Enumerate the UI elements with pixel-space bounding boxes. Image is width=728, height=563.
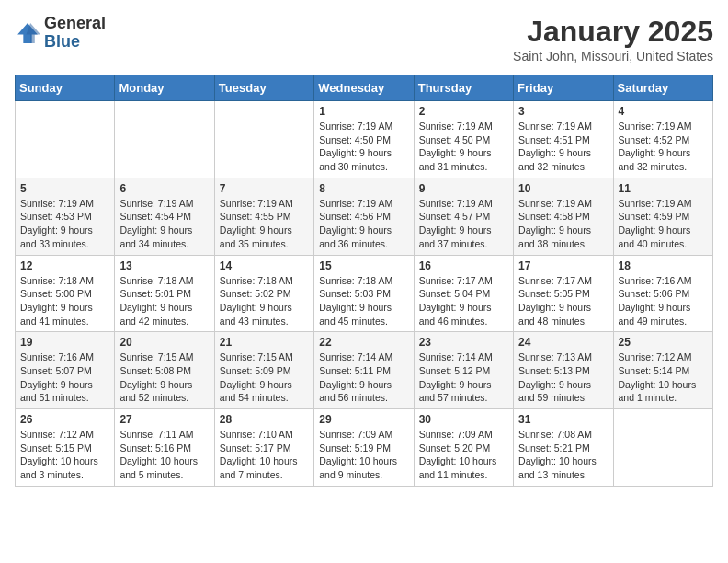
day-number: 12 — [20, 259, 109, 272]
day-detail: Sunrise: 7:19 AMSunset: 4:58 PMDaylight:… — [518, 197, 608, 251]
day-number: 29 — [319, 413, 408, 426]
day-number: 11 — [619, 182, 708, 195]
day-detail: Sunrise: 7:19 AMSunset: 4:51 PMDaylight:… — [518, 120, 608, 174]
day-detail: Sunrise: 7:19 AMSunset: 4:52 PMDaylight:… — [619, 120, 708, 174]
day-number: 21 — [220, 336, 309, 349]
calendar-cell: 26Sunrise: 7:12 AMSunset: 5:15 PMDayligh… — [16, 409, 115, 487]
day-detail: Sunrise: 7:12 AMSunset: 5:14 PMDaylight:… — [619, 350, 708, 405]
week-row-3: 12Sunrise: 7:18 AMSunset: 5:00 PMDayligh… — [16, 255, 713, 332]
calendar-cell: 27Sunrise: 7:11 AMSunset: 5:16 PMDayligh… — [115, 409, 214, 487]
day-number: 9 — [419, 182, 508, 195]
day-number: 2 — [419, 105, 508, 118]
weekday-header-saturday: Saturday — [613, 75, 712, 101]
day-detail: Sunrise: 7:08 AMSunset: 5:21 PMDaylight:… — [518, 428, 608, 482]
day-number: 5 — [20, 182, 109, 195]
day-number: 6 — [119, 182, 209, 195]
day-number: 4 — [619, 105, 708, 118]
day-number: 20 — [119, 336, 209, 349]
day-number: 23 — [419, 336, 508, 349]
day-number: 3 — [518, 105, 608, 118]
weekday-header-monday: Monday — [115, 75, 214, 101]
day-number: 28 — [220, 413, 309, 426]
logo-icon — [15, 20, 40, 46]
calendar-cell: 2Sunrise: 7:19 AMSunset: 4:50 PMDaylight… — [414, 101, 513, 178]
calendar-cell: 13Sunrise: 7:18 AMSunset: 5:01 PMDayligh… — [115, 255, 214, 332]
calendar-cell: 5Sunrise: 7:19 AMSunset: 4:53 PMDaylight… — [16, 178, 115, 255]
calendar-cell: 11Sunrise: 7:19 AMSunset: 4:59 PMDayligh… — [613, 178, 712, 255]
week-row-2: 5Sunrise: 7:19 AMSunset: 4:53 PMDaylight… — [16, 178, 713, 255]
calendar-cell: 9Sunrise: 7:19 AMSunset: 4:57 PMDaylight… — [414, 178, 513, 255]
day-number: 1 — [319, 105, 408, 118]
calendar-cell: 20Sunrise: 7:15 AMSunset: 5:08 PMDayligh… — [115, 332, 214, 409]
weekday-header-wednesday: Wednesday — [314, 75, 414, 101]
calendar-cell: 18Sunrise: 7:16 AMSunset: 5:06 PMDayligh… — [613, 255, 712, 332]
calendar-cell: 28Sunrise: 7:10 AMSunset: 5:17 PMDayligh… — [214, 409, 313, 487]
day-detail: Sunrise: 7:18 AMSunset: 5:02 PMDaylight:… — [220, 274, 309, 328]
day-number: 17 — [518, 259, 608, 272]
calendar-cell: 1Sunrise: 7:19 AMSunset: 4:50 PMDaylight… — [314, 101, 414, 178]
logo-blue: Blue — [44, 33, 106, 52]
calendar-cell: 23Sunrise: 7:14 AMSunset: 5:12 PMDayligh… — [414, 332, 513, 409]
day-number: 7 — [220, 182, 309, 195]
calendar-cell: 10Sunrise: 7:19 AMSunset: 4:58 PMDayligh… — [514, 178, 613, 255]
logo-general: General — [44, 15, 106, 33]
weekday-header-row: SundayMondayTuesdayWednesdayThursdayFrid… — [16, 75, 713, 101]
calendar-cell: 29Sunrise: 7:09 AMSunset: 5:19 PMDayligh… — [314, 409, 414, 487]
calendar-cell — [613, 409, 712, 487]
calendar-cell: 16Sunrise: 7:17 AMSunset: 5:04 PMDayligh… — [414, 255, 513, 332]
day-detail: Sunrise: 7:19 AMSunset: 4:59 PMDaylight:… — [619, 197, 708, 251]
logo: General Blue — [15, 15, 106, 52]
day-detail: Sunrise: 7:09 AMSunset: 5:19 PMDaylight:… — [319, 428, 408, 482]
calendar-cell: 6Sunrise: 7:19 AMSunset: 4:54 PMDaylight… — [115, 178, 214, 255]
day-number: 19 — [20, 336, 109, 349]
day-detail: Sunrise: 7:12 AMSunset: 5:15 PMDaylight:… — [20, 428, 109, 482]
weekday-header-thursday: Thursday — [414, 75, 513, 101]
calendar-cell: 30Sunrise: 7:09 AMSunset: 5:20 PMDayligh… — [414, 409, 513, 487]
calendar-cell: 17Sunrise: 7:17 AMSunset: 5:05 PMDayligh… — [514, 255, 613, 332]
day-detail: Sunrise: 7:16 AMSunset: 5:06 PMDaylight:… — [619, 274, 708, 328]
title-block: January 2025 Saint John, Missouri, Unite… — [513, 15, 713, 63]
calendar-cell: 19Sunrise: 7:16 AMSunset: 5:07 PMDayligh… — [16, 332, 115, 409]
calendar-cell — [214, 101, 313, 178]
day-number: 10 — [518, 182, 608, 195]
day-detail: Sunrise: 7:09 AMSunset: 5:20 PMDaylight:… — [419, 428, 508, 482]
day-detail: Sunrise: 7:19 AMSunset: 4:57 PMDaylight:… — [419, 197, 508, 251]
calendar-cell: 25Sunrise: 7:12 AMSunset: 5:14 PMDayligh… — [613, 332, 712, 409]
week-row-5: 26Sunrise: 7:12 AMSunset: 5:15 PMDayligh… — [16, 409, 713, 487]
day-detail: Sunrise: 7:19 AMSunset: 4:53 PMDaylight:… — [20, 197, 109, 251]
day-number: 14 — [220, 259, 309, 272]
weekday-header-friday: Friday — [514, 75, 613, 101]
day-detail: Sunrise: 7:18 AMSunset: 5:00 PMDaylight:… — [20, 274, 109, 328]
day-detail: Sunrise: 7:15 AMSunset: 5:09 PMDaylight:… — [220, 350, 309, 405]
day-detail: Sunrise: 7:16 AMSunset: 5:07 PMDaylight:… — [20, 350, 109, 405]
calendar-cell: 3Sunrise: 7:19 AMSunset: 4:51 PMDaylight… — [514, 101, 613, 178]
calendar-cell: 22Sunrise: 7:14 AMSunset: 5:11 PMDayligh… — [314, 332, 414, 409]
calendar-table: SundayMondayTuesdayWednesdayThursdayFrid… — [15, 75, 713, 487]
day-detail: Sunrise: 7:19 AMSunset: 4:55 PMDaylight:… — [220, 197, 309, 251]
day-detail: Sunrise: 7:11 AMSunset: 5:16 PMDaylight:… — [119, 428, 209, 482]
day-detail: Sunrise: 7:19 AMSunset: 4:54 PMDaylight:… — [119, 197, 209, 251]
calendar-cell: 8Sunrise: 7:19 AMSunset: 4:56 PMDaylight… — [314, 178, 414, 255]
day-detail: Sunrise: 7:10 AMSunset: 5:17 PMDaylight:… — [220, 428, 309, 482]
weekday-header-sunday: Sunday — [16, 75, 115, 101]
day-number: 15 — [319, 259, 408, 272]
day-number: 26 — [20, 413, 109, 426]
calendar-cell: 15Sunrise: 7:18 AMSunset: 5:03 PMDayligh… — [314, 255, 414, 332]
day-number: 30 — [419, 413, 508, 426]
week-row-4: 19Sunrise: 7:16 AMSunset: 5:07 PMDayligh… — [16, 332, 713, 409]
calendar-cell — [115, 101, 214, 178]
location-subtitle: Saint John, Missouri, United States — [513, 49, 713, 63]
page-header: General Blue January 2025 Saint John, Mi… — [15, 15, 713, 63]
day-number: 27 — [119, 413, 209, 426]
logo-text: General Blue — [44, 15, 106, 52]
day-number: 31 — [518, 413, 608, 426]
day-number: 22 — [319, 336, 408, 349]
calendar-cell: 24Sunrise: 7:13 AMSunset: 5:13 PMDayligh… — [514, 332, 613, 409]
day-number: 25 — [619, 336, 708, 349]
day-detail: Sunrise: 7:18 AMSunset: 5:03 PMDaylight:… — [319, 274, 408, 328]
month-title: January 2025 — [513, 15, 713, 49]
calendar-cell — [16, 101, 115, 178]
day-detail: Sunrise: 7:15 AMSunset: 5:08 PMDaylight:… — [119, 350, 209, 405]
day-detail: Sunrise: 7:19 AMSunset: 4:50 PMDaylight:… — [319, 120, 408, 174]
week-row-1: 1Sunrise: 7:19 AMSunset: 4:50 PMDaylight… — [16, 101, 713, 178]
